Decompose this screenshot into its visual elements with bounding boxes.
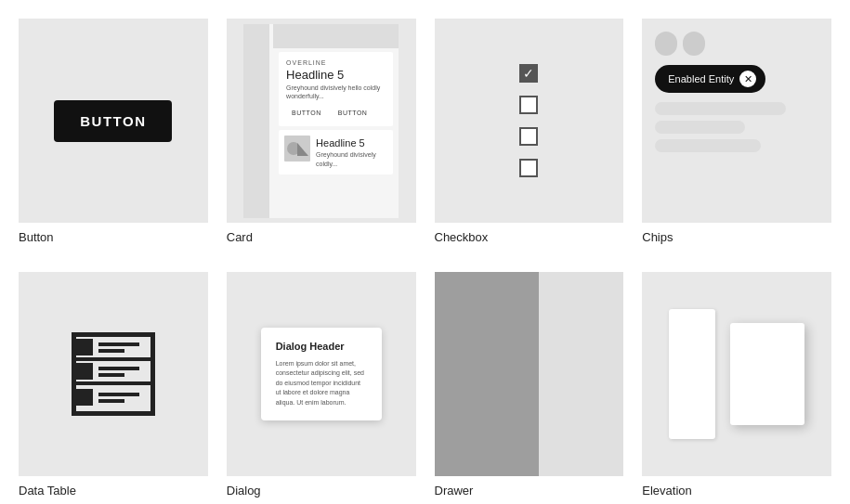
card-label: Card	[227, 230, 253, 244]
component-grid: BUTTON Button OVERLINE Headline 5 Greyho…	[9, 9, 841, 504]
card-component: OVERLINE Headline 5 Greyhound divisively…	[243, 24, 399, 218]
checkbox-1-checked[interactable]: ✓	[519, 64, 538, 83]
datatable-cell: Data Table	[9, 263, 217, 504]
card-body2: Greyhound divisively coldly...	[316, 150, 387, 169]
chips-component: Enabled Entity ✕	[642, 19, 831, 223]
dt-row-2	[76, 361, 150, 385]
button-cell: BUTTON Button	[9, 9, 217, 263]
chip-line-2	[655, 121, 745, 134]
card-item2-text: Headline 5 Greyhound divisively coldly..…	[316, 136, 387, 169]
dt-cell-sq-3	[76, 389, 93, 406]
card-thumbnail	[284, 136, 310, 162]
elevation-card-2	[730, 323, 804, 425]
dialog-box: Dialog Header Lorem ipsum dolor sit amet…	[261, 328, 382, 421]
chip-line-1	[655, 102, 786, 115]
card-cell: OVERLINE Headline 5 Greyhound divisively…	[217, 9, 425, 263]
card-headline: Headline 5	[286, 68, 386, 82]
drawer-content	[539, 272, 624, 476]
chip-enabled-label: Enabled Entity	[668, 73, 734, 84]
card-overline: OVERLINE	[286, 59, 386, 66]
drawer-preview-box	[435, 272, 624, 476]
card-sidebar	[243, 24, 269, 218]
card-top-bar	[273, 24, 399, 48]
button-label: Button	[19, 230, 54, 244]
checkbox-component: ✓	[519, 64, 538, 177]
datatable-component	[72, 332, 155, 416]
chips-label: Chips	[642, 230, 673, 244]
chip-close-icon[interactable]: ✕	[739, 71, 756, 87]
dt-lines-1	[98, 342, 139, 353]
chips-cell: Enabled Entity ✕ Chips	[633, 9, 841, 263]
drawer-panel	[435, 272, 539, 476]
card-btn-1[interactable]: BUTTON	[286, 107, 327, 119]
elevation-card-1	[669, 309, 715, 439]
dialog-component: Dialog Header Lorem ipsum dolor sit amet…	[261, 328, 382, 421]
card-headline2: Headline 5	[316, 137, 387, 149]
checkbox-cell: ✓ Checkbox	[425, 9, 634, 263]
elevation-label: Elevation	[642, 484, 691, 498]
drawer-component	[435, 272, 624, 476]
card-item-1: OVERLINE Headline 5 Greyhound divisively…	[279, 52, 393, 127]
datatable-icon	[72, 332, 155, 416]
dt-row-1	[76, 337, 150, 361]
dt-lines-3	[98, 393, 139, 403]
dt-line-2b	[98, 373, 124, 377]
checkbox-4[interactable]	[519, 159, 538, 177]
drawer-label: Drawer	[435, 484, 474, 498]
datatable-label: Data Table	[19, 484, 76, 498]
elevation-cell: Elevation	[633, 263, 841, 504]
dt-line-3a	[98, 393, 139, 396]
chip-enabled[interactable]: Enabled Entity ✕	[655, 65, 765, 93]
dt-line-2a	[98, 367, 139, 370]
card-btn-2[interactable]: BUTTON	[333, 107, 373, 119]
datatable-preview-box	[19, 272, 208, 476]
elevation-preview-box	[642, 272, 831, 476]
card-preview-box: OVERLINE Headline 5 Greyhound divisively…	[227, 19, 416, 223]
chip-enabled-row: Enabled Entity ✕	[655, 65, 765, 93]
dt-line-1b	[98, 349, 124, 353]
chip-plain-2[interactable]	[683, 32, 705, 56]
checkbox-3[interactable]	[519, 127, 538, 146]
chips-preview-box: Enabled Entity ✕	[642, 19, 831, 223]
dt-line-1a	[98, 342, 139, 346]
button-preview-box: BUTTON	[19, 19, 208, 223]
elevation-component	[669, 309, 804, 439]
dt-line-3b	[98, 399, 124, 403]
card-buttons: BUTTON BUTTON	[286, 107, 386, 119]
card-main: OVERLINE Headline 5 Greyhound divisively…	[273, 24, 399, 178]
dialog-body: Lorem ipsum dolor sit amet, consectetur …	[276, 359, 367, 408]
dt-row-3	[76, 385, 150, 409]
dt-cell-sq-1	[76, 339, 93, 355]
drawer-cell: Drawer	[425, 263, 634, 504]
chips-lines	[655, 102, 818, 152]
checkbox-label: Checkbox	[435, 230, 489, 244]
dialog-preview-box: Dialog Header Lorem ipsum dolor sit amet…	[227, 272, 416, 476]
dialog-cell: Dialog Header Lorem ipsum dolor sit amet…	[217, 263, 425, 504]
dt-lines-2	[98, 367, 139, 377]
dt-cell-sq-2	[76, 363, 93, 380]
checkbox-preview-box: ✓	[435, 19, 624, 223]
chip-plain-1[interactable]	[655, 32, 677, 56]
chips-top-row	[655, 32, 705, 56]
dialog-header: Dialog Header	[276, 341, 367, 352]
chip-line-3	[655, 139, 761, 152]
dialog-label: Dialog	[227, 484, 261, 498]
checkmark-icon: ✓	[523, 67, 534, 80]
checkbox-2[interactable]	[519, 96, 538, 114]
button-component[interactable]: BUTTON	[54, 100, 172, 142]
card-item-2: Headline 5 Greyhound divisively coldly..…	[279, 130, 393, 174]
card-body: Greyhound divisively hello coldly wonder…	[286, 84, 386, 102]
